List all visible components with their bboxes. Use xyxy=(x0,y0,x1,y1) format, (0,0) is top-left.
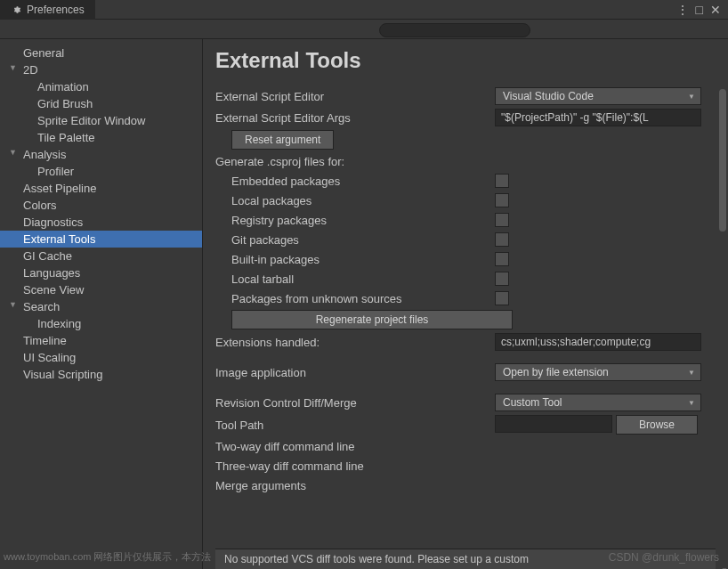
sidebar-item-gi-cache[interactable]: GI Cache xyxy=(0,248,202,264)
tab-title: Preferences xyxy=(27,4,85,16)
gear-icon xyxy=(11,4,21,15)
label-script-editor: External Script Editor xyxy=(215,90,495,103)
tool-path-input[interactable] xyxy=(495,415,612,433)
checkbox-registry[interactable] xyxy=(495,213,509,227)
scrollbar[interactable] xyxy=(719,89,726,232)
sidebar-item-profiler[interactable]: Profiler xyxy=(0,163,202,180)
search-input[interactable] xyxy=(379,23,530,37)
sidebar-item-scene-view[interactable]: Scene View xyxy=(0,281,202,298)
label-unknown: Packages from unknown sources xyxy=(215,292,495,305)
label-rev-control: Revision Control Diff/Merge xyxy=(215,396,495,410)
reset-argument-button[interactable]: Reset argument xyxy=(231,130,334,150)
sidebar-item-asset-pipeline[interactable]: Asset Pipeline xyxy=(0,180,202,197)
script-editor-args-input[interactable] xyxy=(495,109,701,126)
sidebar-item-search[interactable]: Search xyxy=(0,298,202,315)
label-merge-args: Merge arguments xyxy=(215,479,495,492)
label-tool-path: Tool Path xyxy=(215,419,495,432)
checkbox-git[interactable] xyxy=(495,232,509,247)
maximize-icon[interactable]: □ xyxy=(696,3,703,17)
rev-control-dropdown[interactable]: Custom Tool xyxy=(495,394,701,411)
sidebar-item-animation[interactable]: Animation xyxy=(0,78,202,95)
sidebar-item-timeline[interactable]: Timeline xyxy=(0,332,202,349)
sidebar-item-analysis[interactable]: Analysis xyxy=(0,146,202,163)
image-app-dropdown[interactable]: Open by file extension xyxy=(495,363,701,381)
label-local: Local packages xyxy=(215,194,495,207)
sidebar-item-indexing[interactable]: Indexing xyxy=(0,315,202,332)
ext-handled-input[interactable] xyxy=(495,333,701,351)
script-editor-dropdown[interactable]: Visual Studio Code xyxy=(495,87,701,105)
searchbar: ⌕ xyxy=(0,20,728,39)
checkbox-local[interactable] xyxy=(495,193,509,207)
label-registry: Registry packages xyxy=(215,214,495,227)
sidebar-item-general[interactable]: General xyxy=(0,45,202,61)
menu-icon[interactable]: ⋮ xyxy=(676,3,689,17)
label-script-editor-args: External Script Editor Args xyxy=(215,111,495,125)
sidebar-item-colors[interactable]: Colors xyxy=(0,197,202,214)
page-title: External Tools xyxy=(215,48,716,73)
sidebar-item-2d[interactable]: 2D xyxy=(0,61,202,78)
label-embedded: Embedded packages xyxy=(215,175,495,188)
sidebar-item-external-tools[interactable]: External Tools xyxy=(0,231,202,248)
checkbox-tarball[interactable] xyxy=(495,272,509,286)
preferences-tab[interactable]: Preferences xyxy=(0,0,95,20)
sidebar-item-tile-palette[interactable]: Tile Palette xyxy=(0,129,202,146)
checkbox-embedded[interactable] xyxy=(495,174,509,188)
label-three-way: Three-way diff command line xyxy=(215,459,495,473)
sidebar: General2DAnimationGrid BrushSprite Edito… xyxy=(0,39,203,569)
scroll-down-icon[interactable] xyxy=(721,562,726,567)
sidebar-item-sprite-editor-window[interactable]: Sprite Editor Window xyxy=(0,112,202,129)
sidebar-item-diagnostics[interactable]: Diagnostics xyxy=(0,214,202,231)
content-panel: External Tools External Script Editor Vi… xyxy=(203,39,728,569)
sidebar-item-languages[interactable]: Languages xyxy=(0,264,202,281)
titlebar: Preferences ⋮ □ ✕ xyxy=(0,0,728,20)
label-two-way: Two-way diff command line xyxy=(215,440,495,453)
label-tarball: Local tarball xyxy=(215,272,495,286)
browse-button[interactable]: Browse xyxy=(616,415,698,435)
sidebar-item-grid-brush[interactable]: Grid Brush xyxy=(0,95,202,112)
label-git: Git packages xyxy=(215,233,495,247)
window-controls: ⋮ □ ✕ xyxy=(676,3,728,17)
label-generate-for: Generate .csproj files for: xyxy=(215,155,495,168)
sidebar-item-ui-scaling[interactable]: UI Scaling xyxy=(0,349,202,366)
label-builtin: Built-in packages xyxy=(215,253,495,266)
label-ext-handled: Extensions handled: xyxy=(215,336,495,349)
regenerate-button[interactable]: Regenerate project files xyxy=(231,310,513,329)
checkbox-unknown[interactable] xyxy=(495,291,509,305)
checkbox-builtin[interactable] xyxy=(495,252,509,266)
footer-message: No supported VCS diff tools were found. … xyxy=(215,549,716,569)
label-image-app: Image application xyxy=(215,366,495,379)
sidebar-item-visual-scripting[interactable]: Visual Scripting xyxy=(0,366,202,383)
close-icon[interactable]: ✕ xyxy=(710,3,721,17)
